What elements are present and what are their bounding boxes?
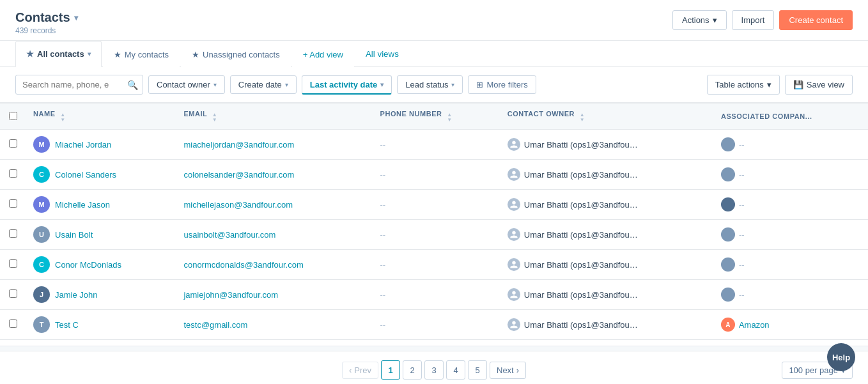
search-button[interactable]: 🔍	[127, 80, 138, 90]
row-checkbox-cell[interactable]	[0, 160, 26, 190]
row-checkbox[interactable]	[9, 259, 17, 268]
horizontal-scrollbar[interactable]	[0, 346, 868, 351]
tab-all-views[interactable]: All views	[355, 42, 409, 66]
col-name[interactable]: NAME ▲▼	[26, 104, 176, 130]
phone-dash: --	[380, 170, 386, 180]
row-checkbox[interactable]	[9, 229, 17, 238]
lead-status-filter[interactable]: Lead status ▾	[397, 75, 463, 94]
record-count: 439 records	[15, 26, 78, 35]
contact-name-link[interactable]: Jamie John	[55, 290, 97, 300]
row-checkbox[interactable]	[9, 169, 17, 178]
owner-name: Umar Bhatti (ops1@3andfour.c...	[524, 260, 639, 270]
contact-avatar: M	[33, 196, 50, 213]
more-filters-button[interactable]: ⊞ More filters	[468, 75, 536, 94]
phone-cell: --	[373, 190, 500, 220]
contact-email-link[interactable]: usainbolt@3andfour.com	[183, 230, 275, 240]
owner-avatar	[508, 288, 520, 301]
table-row: CColonel Sanderscolonelsander@3andfour.c…	[0, 160, 868, 190]
row-checkbox-cell[interactable]	[0, 280, 26, 310]
actions-button[interactable]: Actions ▾	[672, 10, 727, 30]
search-input[interactable]	[15, 75, 143, 95]
phone-dash: --	[380, 200, 386, 210]
contact-name-link[interactable]: Miachel Jordan	[55, 140, 111, 150]
prev-button[interactable]: ‹ Prev	[342, 362, 378, 379]
contact-email-link[interactable]: conormcdonalds@3andfour.com	[183, 260, 303, 270]
tab-star-icon-2: ★	[114, 50, 121, 59]
contact-name-link[interactable]: Conor McDonlads	[55, 260, 121, 270]
select-all-cell[interactable]	[0, 104, 26, 130]
company-avatar	[721, 227, 735, 242]
tab-unassigned-contacts[interactable]: ★ Unassigned contacts	[181, 42, 291, 67]
phone-cell: --	[373, 310, 500, 340]
row-checkbox-cell[interactable]	[0, 250, 26, 280]
next-button[interactable]: Next ›	[490, 362, 526, 379]
company-name-link[interactable]: Amazon	[739, 320, 770, 330]
row-checkbox[interactable]	[9, 289, 17, 298]
table-actions-button[interactable]: Table actions ▾	[707, 75, 780, 95]
col-phone[interactable]: PHONE NUMBER ▲▼	[373, 104, 500, 130]
company-cell: --	[713, 160, 868, 190]
row-checkbox[interactable]	[9, 319, 17, 328]
prev-label: Prev	[354, 365, 371, 375]
email-cell: conormcdonalds@3andfour.com	[176, 250, 372, 280]
owner-avatar	[508, 318, 520, 331]
owner-cell: Umar Bhatti (ops1@3andfour.c...	[500, 160, 713, 190]
title-chevron-icon[interactable]: ▾	[74, 13, 78, 22]
col-owner[interactable]: CONTACT OWNER ▲▼	[500, 104, 713, 130]
header-left: Contacts ▾ 439 records	[15, 10, 78, 35]
next-label: Next	[497, 365, 514, 375]
row-checkbox-cell[interactable]	[0, 340, 26, 346]
page-2[interactable]: 2	[403, 360, 422, 380]
row-checkbox[interactable]	[9, 139, 17, 148]
company-cell: --	[713, 130, 868, 160]
contact-name-link[interactable]: Colonel Sanders	[55, 170, 116, 180]
email-cell: michellejason@3andfour.com	[176, 190, 372, 220]
row-checkbox[interactable]	[9, 199, 17, 208]
contact-name-link[interactable]: Michelle Jason	[55, 200, 110, 210]
create-date-filter[interactable]: Create date ▾	[230, 75, 297, 94]
contact-email-link[interactable]: colonelsander@3andfour.com	[183, 170, 294, 180]
row-checkbox-cell[interactable]	[0, 190, 26, 220]
page-5[interactable]: 5	[468, 360, 487, 380]
name-cell: MMiachel Jordan	[26, 130, 176, 160]
contact-avatar: T	[33, 316, 50, 333]
tab-add-view[interactable]: + Add view	[292, 42, 354, 67]
contact-email-link[interactable]: testc@gmail.com	[183, 320, 247, 330]
save-view-button[interactable]: 💾 Save view	[785, 75, 853, 95]
page-4[interactable]: 4	[446, 360, 465, 380]
page-1[interactable]: 1	[381, 360, 400, 380]
owner-cell: Umar Bhatti (ops1@3andfour.c...	[500, 310, 713, 340]
phone-dash: --	[380, 260, 386, 270]
help-button[interactable]: Help	[827, 343, 855, 371]
name-cell: TTest B	[26, 340, 176, 346]
contact-email-link[interactable]: miacheljordan@3andfour.com	[183, 140, 294, 150]
last-activity-date-filter[interactable]: Last activity date ▾	[302, 75, 392, 95]
owner-name: Umar Bhatti (ops1@3andfour.c...	[524, 200, 639, 210]
col-email[interactable]: EMAIL ▲▼	[176, 104, 372, 130]
contact-name-link[interactable]: Test C	[55, 320, 79, 330]
tab-all-contacts-label: All contacts	[37, 49, 84, 59]
page-5-label: 5	[475, 365, 479, 375]
create-contact-button[interactable]: Create contact	[779, 10, 853, 30]
email-cell: testc@gmail.com	[176, 310, 372, 340]
actions-chevron-icon: ▾	[713, 15, 717, 25]
table-row: JJamie Johnjamiejohn@3andfour.com--Umar …	[0, 280, 868, 310]
row-checkbox-cell[interactable]	[0, 220, 26, 250]
row-checkbox-cell[interactable]	[0, 130, 26, 160]
email-cell: test2@gmail.com	[176, 340, 372, 346]
import-button[interactable]: Import	[732, 10, 775, 30]
contact-owner-filter[interactable]: Contact owner ▾	[148, 75, 225, 94]
contact-email-link[interactable]: jamiejohn@3andfour.com	[183, 290, 278, 300]
phone-dash: --	[380, 290, 386, 300]
filters-bar: 🔍 Contact owner ▾ Create date ▾ Last act…	[0, 67, 868, 103]
last-activity-date-label: Last activity date	[310, 80, 378, 89]
contact-avatar: C	[33, 166, 50, 183]
select-all-checkbox[interactable]	[9, 112, 17, 120]
tab-my-contacts[interactable]: ★ My contacts	[103, 42, 180, 67]
page-3[interactable]: 3	[424, 360, 444, 380]
contact-name-link[interactable]: Usain Bolt	[55, 230, 93, 240]
row-checkbox-cell[interactable]	[0, 310, 26, 340]
owner-name: Umar Bhatti (ops1@3andfour.c...	[524, 320, 639, 330]
contact-email-link[interactable]: michellejason@3andfour.com	[183, 200, 293, 210]
tab-all-contacts[interactable]: ★ All contacts ▾	[15, 41, 102, 67]
